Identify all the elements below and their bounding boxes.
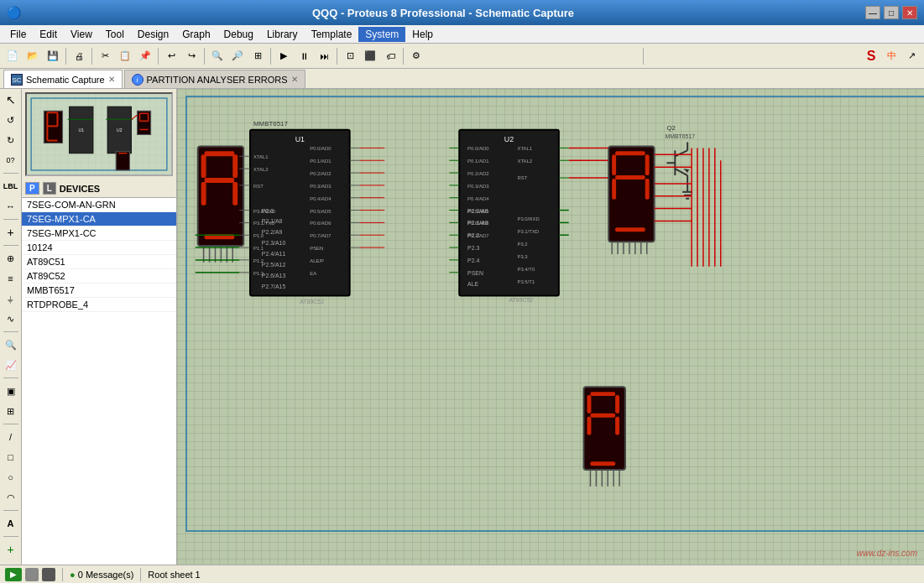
paste-button[interactable]: 📌	[136, 47, 154, 65]
menubar: File Edit View Tool Design Graph Debug L…	[0, 25, 924, 44]
select-tool[interactable]: ↖	[2, 91, 20, 109]
wire-tool[interactable]: ∿	[2, 310, 20, 328]
copy-button[interactable]: 📋	[116, 47, 134, 65]
schematic-tab-icon: SC	[11, 74, 23, 86]
lang-button[interactable]: 中	[882, 47, 901, 65]
open-button[interactable]: 📂	[23, 47, 42, 65]
line-tool[interactable]: /	[2, 428, 20, 446]
tab-partition-label: PARTITION ANALYSER ERRORS	[147, 75, 288, 85]
pause-status-icon	[25, 568, 39, 581]
mode-p-button[interactable]: P	[25, 182, 39, 195]
devices-label: DEVICES	[60, 184, 100, 194]
run-button[interactable]: ▶	[274, 47, 293, 65]
prop-button[interactable]: ⚙	[407, 47, 425, 65]
minimize-button[interactable]: —	[865, 6, 880, 19]
svg-text:U2: U2	[117, 128, 123, 133]
mode-l-button[interactable]: L	[43, 182, 56, 195]
window-controls: — □ ✕	[865, 6, 917, 19]
zoom-fit-button[interactable]: ⊞	[248, 47, 267, 65]
menu-tool[interactable]: Tool	[99, 27, 131, 42]
maximize-button[interactable]: □	[884, 6, 899, 19]
schematic-border	[185, 96, 924, 532]
app-logo-icon: 🔵	[7, 6, 21, 19]
tape-tool[interactable]: ▣	[2, 382, 20, 400]
add-tool[interactable]: +	[2, 540, 20, 559]
mirror-tool[interactable]: 0?	[2, 151, 20, 169]
statusbar: ▶ ● 0 Message(s) Root sheet 1	[0, 565, 924, 583]
save-button[interactable]: 💾	[44, 47, 62, 65]
menu-file[interactable]: File	[3, 27, 33, 42]
device-7seg-grn[interactable]: 7SEG-COM-AN-GRN	[22, 198, 176, 212]
stop-button[interactable]: ⏸	[295, 47, 313, 65]
preview-svg: U1 U2	[27, 94, 171, 174]
preview-window[interactable]: U1 U2	[25, 92, 173, 176]
message-count: 0 Message(s)	[78, 570, 134, 580]
device-7seg-mpx1-ca[interactable]: 7SEG-MPX1-CA	[22, 212, 176, 226]
device-at89c52[interactable]: AT89C52	[22, 269, 176, 284]
redo-button[interactable]: ↪	[182, 47, 201, 65]
titlebar-title: QQQ - Proteus 8 Professional - Schematic…	[312, 7, 574, 19]
partition-tab-icon: i	[132, 74, 144, 86]
box-tool[interactable]: □	[2, 448, 20, 466]
stop-status-icon	[42, 568, 55, 581]
step-button[interactable]: ⏭	[315, 47, 333, 65]
tab-schematic[interactable]: SC Schematic Capture ✕	[3, 70, 123, 88]
rotate-cw-tool[interactable]: ↻	[2, 131, 20, 149]
tab-partition-close[interactable]: ✕	[291, 75, 298, 84]
svg-rect-9	[116, 152, 129, 170]
schematic-area[interactable]: U1 XTAL1 XTAL2 RST P3.0/RXD P3.1/TXD P1.…	[177, 89, 924, 565]
menu-template[interactable]: Template	[305, 27, 359, 42]
print-button[interactable]: 🖨	[70, 47, 88, 65]
watermark: www.dz-ins.com	[857, 549, 917, 558]
arc-tool[interactable]: ◠	[2, 488, 20, 507]
circle-tool[interactable]: ○	[2, 468, 20, 487]
bus-tool[interactable]: ≡	[2, 269, 20, 288]
gen-tool[interactable]: ⊞	[2, 402, 20, 420]
sheet-name: Root sheet 1	[148, 570, 200, 580]
logo-s-button[interactable]: S	[862, 47, 880, 65]
tabbar: SC Schematic Capture ✕ i PARTITION ANALY…	[0, 69, 924, 89]
plus-tool[interactable]: +	[2, 223, 20, 242]
status-message: ● 0 Message(s)	[70, 570, 133, 580]
left-toolbar: ↖ ↺ ↻ 0? LBL ↔ + ⊕ ≡ ⏚ ∿ 🔍 📈 ▣ ⊞ / □ ○ ◠…	[0, 89, 22, 565]
zoom-in-button[interactable]: 🔍	[208, 47, 227, 65]
cut-button[interactable]: ✂	[96, 47, 114, 65]
menu-design[interactable]: Design	[131, 27, 175, 42]
symbol-tool[interactable]: ⊕	[2, 249, 20, 268]
svg-text:U1: U1	[79, 128, 85, 133]
text-tool[interactable]: A	[2, 514, 20, 533]
menu-debug[interactable]: Debug	[217, 27, 260, 42]
device-rtdprobe4[interactable]: RTDPROBE_4	[22, 298, 176, 312]
graph-tool[interactable]: 📈	[2, 356, 20, 374]
new-button[interactable]: 📄	[3, 47, 22, 65]
probe-tool[interactable]: 🔍	[2, 336, 20, 354]
lbl-tool[interactable]: LBL	[2, 177, 20, 195]
menu-library[interactable]: Library	[260, 27, 305, 42]
component-button[interactable]: ⊡	[341, 47, 359, 65]
devices-list: 7SEG-COM-AN-GRN 7SEG-MPX1-CA 7SEG-MPX1-C…	[22, 198, 176, 565]
move-tool[interactable]: ↔	[2, 197, 20, 216]
close-button[interactable]: ✕	[902, 6, 917, 19]
power-tool[interactable]: ⏚	[2, 289, 20, 308]
menu-view[interactable]: View	[64, 27, 99, 42]
rotate-ccw-tool[interactable]: ↺	[2, 111, 20, 129]
play-status-icon: ▶	[5, 568, 22, 581]
main-layout: ↖ ↺ ↻ 0? LBL ↔ + ⊕ ≡ ⏚ ∿ 🔍 📈 ▣ ⊞ / □ ○ ◠…	[0, 89, 924, 565]
menu-edit[interactable]: Edit	[33, 27, 64, 42]
device-mmbt6517[interactable]: MMBT6517	[22, 284, 176, 298]
extra1-button[interactable]: ↗	[902, 47, 921, 65]
menu-system[interactable]: System	[358, 27, 405, 42]
label-button[interactable]: 🏷	[381, 47, 399, 65]
tab-partition[interactable]: i PARTITION ANALYSER ERRORS ✕	[124, 70, 305, 88]
undo-button[interactable]: ↩	[162, 47, 180, 65]
wire-button[interactable]: ⬛	[361, 47, 379, 65]
device-10124[interactable]: 10124	[22, 241, 176, 255]
zoom-out-button[interactable]: 🔎	[228, 47, 247, 65]
device-at89c51[interactable]: AT89C51	[22, 255, 176, 269]
menu-help[interactable]: Help	[405, 27, 440, 42]
menu-graph[interactable]: Graph	[175, 27, 217, 42]
toolbar: 📄 📂 💾 🖨 ✂ 📋 📌 ↩ ↪ 🔍 🔎 ⊞ ▶ ⏸ ⏭ ⊡ ⬛ 🏷 ⚙ S …	[0, 44, 924, 69]
device-7seg-mpx1-cc[interactable]: 7SEG-MPX1-CC	[22, 226, 176, 241]
tab-schematic-close[interactable]: ✕	[108, 75, 115, 84]
tab-schematic-label: Schematic Capture	[26, 75, 105, 85]
